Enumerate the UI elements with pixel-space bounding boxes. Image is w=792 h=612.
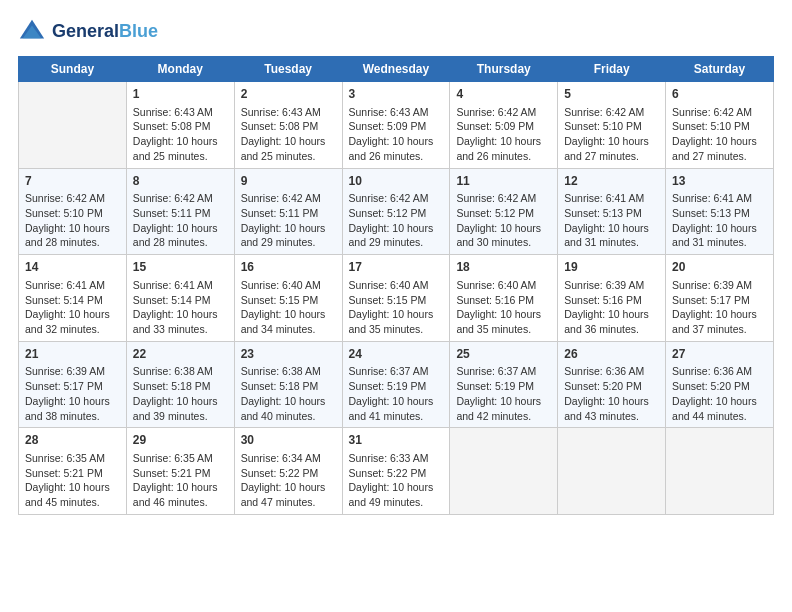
day-info: and 44 minutes. bbox=[672, 409, 767, 424]
day-info: Sunset: 5:16 PM bbox=[456, 293, 551, 308]
calendar-cell bbox=[666, 428, 774, 515]
day-info: Sunrise: 6:40 AM bbox=[349, 278, 444, 293]
day-info: and 40 minutes. bbox=[241, 409, 336, 424]
header-row: SundayMondayTuesdayWednesdayThursdayFrid… bbox=[19, 57, 774, 82]
calendar-cell: 14Sunrise: 6:41 AMSunset: 5:14 PMDayligh… bbox=[19, 255, 127, 342]
day-number: 31 bbox=[349, 432, 444, 449]
day-info: Sunrise: 6:36 AM bbox=[672, 364, 767, 379]
day-info: Sunset: 5:10 PM bbox=[672, 119, 767, 134]
day-info: Sunset: 5:10 PM bbox=[25, 206, 120, 221]
calendar-cell: 8Sunrise: 6:42 AMSunset: 5:11 PMDaylight… bbox=[126, 168, 234, 255]
day-number: 16 bbox=[241, 259, 336, 276]
day-number: 22 bbox=[133, 346, 228, 363]
day-info: Daylight: 10 hours bbox=[241, 307, 336, 322]
week-row-2: 7Sunrise: 6:42 AMSunset: 5:10 PMDaylight… bbox=[19, 168, 774, 255]
day-number: 26 bbox=[564, 346, 659, 363]
day-info: Sunrise: 6:35 AM bbox=[133, 451, 228, 466]
day-info: Daylight: 10 hours bbox=[241, 134, 336, 149]
day-info: Sunrise: 6:34 AM bbox=[241, 451, 336, 466]
calendar-cell: 9Sunrise: 6:42 AMSunset: 5:11 PMDaylight… bbox=[234, 168, 342, 255]
day-info: and 32 minutes. bbox=[25, 322, 120, 337]
calendar-cell: 29Sunrise: 6:35 AMSunset: 5:21 PMDayligh… bbox=[126, 428, 234, 515]
calendar-cell bbox=[558, 428, 666, 515]
day-info: Sunrise: 6:36 AM bbox=[564, 364, 659, 379]
calendar-cell: 31Sunrise: 6:33 AMSunset: 5:22 PMDayligh… bbox=[342, 428, 450, 515]
day-info: Sunset: 5:20 PM bbox=[564, 379, 659, 394]
day-info: and 47 minutes. bbox=[241, 495, 336, 510]
day-info: Daylight: 10 hours bbox=[349, 307, 444, 322]
week-row-3: 14Sunrise: 6:41 AMSunset: 5:14 PMDayligh… bbox=[19, 255, 774, 342]
calendar-cell bbox=[19, 82, 127, 169]
day-info: and 33 minutes. bbox=[133, 322, 228, 337]
day-info: and 28 minutes. bbox=[133, 235, 228, 250]
day-info: Daylight: 10 hours bbox=[241, 480, 336, 495]
day-info: Sunrise: 6:42 AM bbox=[456, 191, 551, 206]
day-info: and 36 minutes. bbox=[564, 322, 659, 337]
day-info: and 25 minutes. bbox=[133, 149, 228, 164]
calendar-cell: 20Sunrise: 6:39 AMSunset: 5:17 PMDayligh… bbox=[666, 255, 774, 342]
day-number: 18 bbox=[456, 259, 551, 276]
calendar-cell: 27Sunrise: 6:36 AMSunset: 5:20 PMDayligh… bbox=[666, 341, 774, 428]
page-container: GeneralBlue SundayMondayTuesdayWednesday… bbox=[0, 0, 792, 525]
day-number: 2 bbox=[241, 86, 336, 103]
calendar-cell: 22Sunrise: 6:38 AMSunset: 5:18 PMDayligh… bbox=[126, 341, 234, 428]
day-info: Sunset: 5:14 PM bbox=[25, 293, 120, 308]
calendar-cell: 13Sunrise: 6:41 AMSunset: 5:13 PMDayligh… bbox=[666, 168, 774, 255]
day-number: 9 bbox=[241, 173, 336, 190]
day-info: Sunset: 5:12 PM bbox=[456, 206, 551, 221]
day-number: 20 bbox=[672, 259, 767, 276]
calendar-cell: 17Sunrise: 6:40 AMSunset: 5:15 PMDayligh… bbox=[342, 255, 450, 342]
day-info: Daylight: 10 hours bbox=[456, 221, 551, 236]
day-info: Sunrise: 6:41 AM bbox=[672, 191, 767, 206]
day-info: Sunset: 5:19 PM bbox=[456, 379, 551, 394]
day-info: and 42 minutes. bbox=[456, 409, 551, 424]
day-info: Sunset: 5:08 PM bbox=[241, 119, 336, 134]
day-info: Sunset: 5:20 PM bbox=[672, 379, 767, 394]
day-info: Sunset: 5:10 PM bbox=[564, 119, 659, 134]
day-info: Sunset: 5:09 PM bbox=[349, 119, 444, 134]
day-info: Daylight: 10 hours bbox=[564, 221, 659, 236]
day-info: Daylight: 10 hours bbox=[133, 221, 228, 236]
day-info: Sunrise: 6:42 AM bbox=[349, 191, 444, 206]
day-info: Daylight: 10 hours bbox=[564, 134, 659, 149]
day-info: Daylight: 10 hours bbox=[349, 480, 444, 495]
header-cell-monday: Monday bbox=[126, 57, 234, 82]
day-number: 29 bbox=[133, 432, 228, 449]
day-number: 27 bbox=[672, 346, 767, 363]
day-number: 17 bbox=[349, 259, 444, 276]
day-info: and 38 minutes. bbox=[25, 409, 120, 424]
day-info: Daylight: 10 hours bbox=[456, 394, 551, 409]
calendar-cell: 19Sunrise: 6:39 AMSunset: 5:16 PMDayligh… bbox=[558, 255, 666, 342]
day-info: Sunrise: 6:43 AM bbox=[133, 105, 228, 120]
day-number: 10 bbox=[349, 173, 444, 190]
day-number: 28 bbox=[25, 432, 120, 449]
day-info: and 41 minutes. bbox=[349, 409, 444, 424]
day-info: Daylight: 10 hours bbox=[456, 307, 551, 322]
day-info: Sunset: 5:19 PM bbox=[349, 379, 444, 394]
day-info: Sunrise: 6:41 AM bbox=[564, 191, 659, 206]
day-info: Sunset: 5:21 PM bbox=[25, 466, 120, 481]
day-number: 15 bbox=[133, 259, 228, 276]
day-number: 13 bbox=[672, 173, 767, 190]
day-info: Sunset: 5:11 PM bbox=[133, 206, 228, 221]
day-number: 1 bbox=[133, 86, 228, 103]
day-info: Daylight: 10 hours bbox=[133, 480, 228, 495]
day-info: Daylight: 10 hours bbox=[564, 394, 659, 409]
day-info: Daylight: 10 hours bbox=[133, 307, 228, 322]
header-cell-saturday: Saturday bbox=[666, 57, 774, 82]
day-info: Sunrise: 6:38 AM bbox=[133, 364, 228, 379]
logo-text: GeneralBlue bbox=[52, 22, 158, 42]
day-info: and 49 minutes. bbox=[349, 495, 444, 510]
day-info: and 35 minutes. bbox=[456, 322, 551, 337]
day-number: 7 bbox=[25, 173, 120, 190]
day-info: and 34 minutes. bbox=[241, 322, 336, 337]
day-number: 24 bbox=[349, 346, 444, 363]
day-info: Daylight: 10 hours bbox=[456, 134, 551, 149]
day-info: Sunrise: 6:43 AM bbox=[349, 105, 444, 120]
day-info: and 25 minutes. bbox=[241, 149, 336, 164]
header-cell-tuesday: Tuesday bbox=[234, 57, 342, 82]
calendar-cell: 2Sunrise: 6:43 AMSunset: 5:08 PMDaylight… bbox=[234, 82, 342, 169]
day-number: 12 bbox=[564, 173, 659, 190]
day-info: Sunset: 5:22 PM bbox=[241, 466, 336, 481]
day-info: Sunset: 5:21 PM bbox=[133, 466, 228, 481]
